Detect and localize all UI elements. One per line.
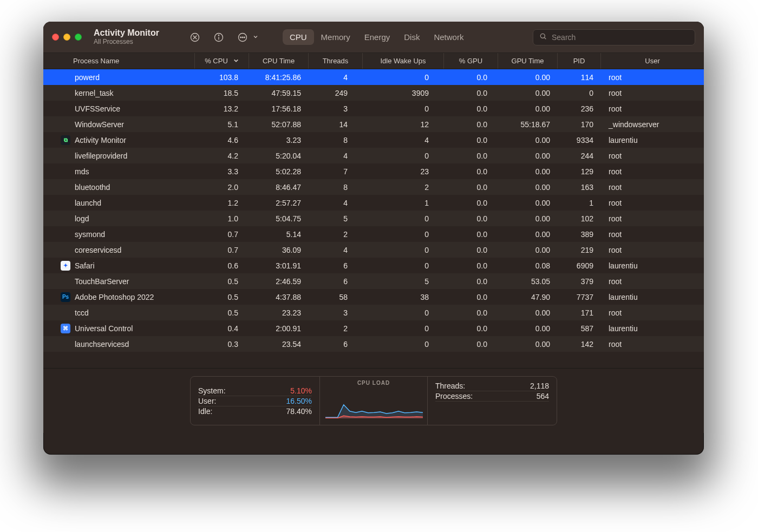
cell-gpu-time: 0.00: [498, 214, 558, 223]
cell-gpu: 0.0: [444, 183, 498, 192]
column-header-gpu[interactable]: % GPU: [444, 53, 498, 69]
tab-network[interactable]: Network: [427, 29, 471, 45]
table-row[interactable]: coreservicesd0.736.09400.00.00219root: [43, 242, 704, 258]
cell-idle-wakeups: 0: [363, 261, 444, 270]
stat-value: 2,118: [530, 382, 549, 390]
tab-memory[interactable]: Memory: [314, 29, 357, 45]
cell-gpu-time: 0.00: [498, 73, 558, 82]
cell-gpu: 0.0: [444, 73, 498, 82]
table-row[interactable]: ✦Safari0.63:01.91600.00.086909laurentiu: [43, 258, 704, 273]
stat-threads: Threads: 2,118: [435, 381, 549, 391]
table-row[interactable]: launchd1.22:57.27410.00.001root: [43, 195, 704, 211]
column-header-cpu[interactable]: % CPU: [195, 53, 249, 69]
column-header-idle-wakeups[interactable]: Idle Wake Ups: [363, 53, 444, 69]
stat-value: 78.40%: [286, 407, 312, 416]
table-row[interactable]: ⌘Universal Control0.42:00.91200.00.00587…: [43, 320, 704, 336]
cell-user: root: [601, 167, 704, 176]
cell-cpu: 5.1: [195, 120, 249, 129]
svg-point-10: [540, 34, 545, 38]
cell-gpu-time: 0.00: [498, 324, 558, 333]
column-header-gpu-time[interactable]: GPU Time: [498, 53, 558, 69]
process-name-text: TouchBarServer: [75, 277, 129, 286]
column-header-pid[interactable]: PID: [558, 53, 601, 69]
cell-pid: 587: [558, 324, 601, 333]
table-row[interactable]: mds3.35:02.287230.00.00129root: [43, 163, 704, 179]
column-header-threads[interactable]: Threads: [309, 53, 363, 69]
cell-gpu-time: 0.00: [498, 199, 558, 207]
cell-process-name: bluetoothd: [43, 183, 195, 192]
cell-pid: 142: [558, 340, 601, 349]
cell-threads: 4: [309, 73, 363, 82]
cell-cpu: 4.2: [195, 152, 249, 160]
tab-cpu[interactable]: CPU: [283, 29, 314, 45]
cell-gpu-time: 0.00: [498, 136, 558, 145]
cell-cpu-time: 4:37.88: [249, 293, 309, 301]
cell-cpu-time: 3:01.91: [249, 261, 309, 270]
table-row[interactable]: TouchBarServer0.52:46.59650.053.05379roo…: [43, 273, 704, 289]
table-row[interactable]: bluetoothd2.08:46.47820.00.00163root: [43, 179, 704, 195]
table-row[interactable]: WindowServer5.152:07.8814120.055:18.6717…: [43, 116, 704, 132]
cell-gpu: 0.0: [444, 89, 498, 97]
cell-user: laurentiu: [601, 136, 704, 145]
cell-threads: 3: [309, 308, 363, 317]
close-button[interactable]: [52, 34, 59, 41]
zoom-button[interactable]: [75, 34, 82, 41]
process-name-text: sysmond: [75, 230, 105, 239]
cell-cpu-time: 5:02.28: [249, 167, 309, 176]
table-row[interactable]: logd1.05:04.75500.00.00102root: [43, 211, 704, 226]
cell-pid: 9334: [558, 136, 601, 145]
table-row[interactable]: UVFSService13.217:56.18300.00.00236root: [43, 101, 704, 116]
svg-point-7: [240, 37, 241, 38]
process-name-text: mds: [75, 167, 89, 176]
cell-threads: 6: [309, 261, 363, 270]
cell-process-name: coreservicesd: [43, 246, 195, 254]
cell-pid: 163: [558, 183, 601, 192]
cell-idle-wakeups: 0: [363, 246, 444, 254]
cell-threads: 2: [309, 324, 363, 333]
cell-gpu: 0.0: [444, 120, 498, 129]
stop-process-button[interactable]: [188, 31, 201, 44]
cell-gpu: 0.0: [444, 246, 498, 254]
cell-gpu-time: 0.00: [498, 230, 558, 239]
cell-cpu-time: 2:46.59: [249, 277, 309, 286]
search-input[interactable]: [552, 33, 689, 42]
cell-idle-wakeups: 0: [363, 324, 444, 333]
cell-pid: 379: [558, 277, 601, 286]
tab-disk[interactable]: Disk: [397, 29, 427, 45]
cell-cpu: 0.3: [195, 340, 249, 349]
more-options-button[interactable]: [236, 31, 259, 44]
cell-idle-wakeups: 0: [363, 308, 444, 317]
cell-cpu-time: 2:57.27: [249, 199, 309, 207]
cell-cpu: 4.6: [195, 136, 249, 145]
cell-idle-wakeups: 0: [363, 230, 444, 239]
tab-energy[interactable]: Energy: [357, 29, 397, 45]
table-header: Process Name % CPU CPU Time Threads Idle…: [43, 53, 704, 69]
search-field[interactable]: [533, 29, 695, 45]
column-header-user[interactable]: User: [601, 53, 704, 69]
info-button[interactable]: [212, 31, 225, 44]
cell-gpu: 0.0: [444, 199, 498, 207]
cell-cpu: 0.4: [195, 324, 249, 333]
table-row[interactable]: livefileproviderd4.25:20.04400.00.00244r…: [43, 148, 704, 163]
cell-process-name: ⌘Universal Control: [43, 324, 195, 333]
cell-gpu: 0.0: [444, 324, 498, 333]
table-row[interactable]: tccd0.523.23300.00.00171root: [43, 305, 704, 320]
cell-gpu: 0.0: [444, 277, 498, 286]
table-row[interactable]: powerd103.88:41:25.86400.00.00114root: [43, 69, 704, 85]
cell-user: root: [601, 104, 704, 113]
cell-idle-wakeups: 1: [363, 199, 444, 207]
column-header-process-name[interactable]: Process Name: [43, 53, 195, 69]
stat-label: User:: [198, 397, 216, 405]
cell-gpu-time: 0.00: [498, 246, 558, 254]
table-row[interactable]: PsAdobe Photoshop 20220.54:37.8858380.04…: [43, 289, 704, 305]
cell-cpu: 18.5: [195, 89, 249, 97]
table-row[interactable]: ⧉Activity Monitor4.63.23840.00.009334lau…: [43, 132, 704, 148]
table-row[interactable]: launchservicesd0.323.54600.00.00142root: [43, 336, 704, 352]
stat-label: Threads:: [435, 382, 465, 390]
cell-gpu-time: 0.00: [498, 89, 558, 97]
table-row[interactable]: kernel_task18.547:59.1524939090.00.000ro…: [43, 85, 704, 101]
minimize-button[interactable]: [63, 34, 70, 41]
cell-threads: 6: [309, 340, 363, 349]
column-header-cpu-time[interactable]: CPU Time: [249, 53, 309, 69]
table-row[interactable]: sysmond0.75.14200.00.00389root: [43, 226, 704, 242]
